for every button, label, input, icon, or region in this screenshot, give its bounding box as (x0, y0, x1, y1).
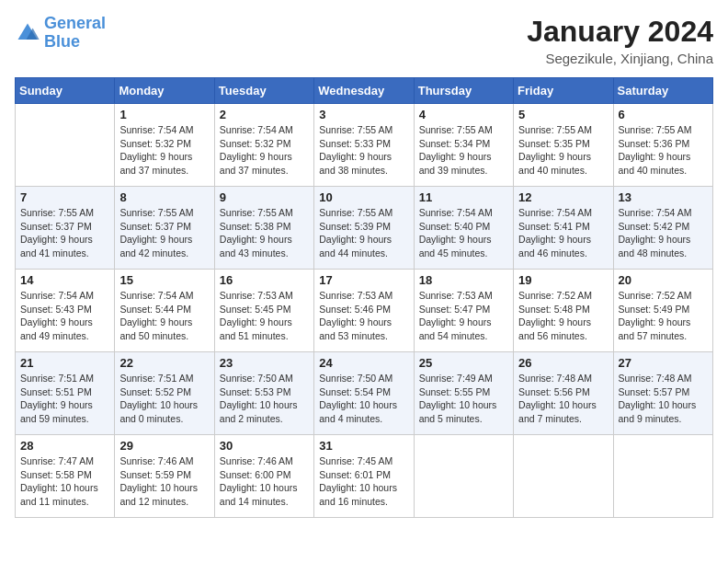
day-number-1-3: 10 (319, 190, 408, 204)
day-number-3-2: 23 (220, 356, 309, 370)
day-info-0-4: Sunrise: 7:55 AM Sunset: 5:34 PM Dayligh… (419, 123, 508, 178)
logo: General Blue (15, 15, 106, 52)
day-info-1-1: Sunrise: 7:55 AM Sunset: 5:37 PM Dayligh… (119, 206, 209, 260)
day-cell-4-5 (514, 435, 613, 518)
day-number-2-3: 17 (319, 273, 408, 287)
logo-text: General Blue (44, 15, 106, 52)
day-cell-0-5: 5Sunrise: 7:55 AM Sunset: 5:35 PM Daylig… (514, 104, 613, 187)
day-number-1-5: 12 (518, 190, 608, 204)
day-cell-4-2: 30Sunrise: 7:46 AM Sunset: 6:00 PM Dayli… (214, 435, 313, 518)
calendar-subtitle: Segezikule, Xinjiang, China (527, 51, 713, 66)
day-cell-4-1: 29Sunrise: 7:46 AM Sunset: 5:59 PM Dayli… (115, 435, 214, 518)
day-info-2-4: Sunrise: 7:53 AM Sunset: 5:47 PM Dayligh… (419, 289, 508, 343)
day-number-3-0: 21 (20, 356, 109, 370)
day-number-4-0: 28 (20, 439, 109, 453)
day-number-0-6: 6 (619, 108, 708, 121)
day-cell-1-4: 11Sunrise: 7:54 AM Sunset: 5:40 PM Dayli… (414, 187, 513, 270)
day-cell-0-0 (16, 104, 115, 187)
day-cell-1-3: 10Sunrise: 7:55 AM Sunset: 5:39 PM Dayli… (314, 187, 414, 270)
day-info-3-1: Sunrise: 7:51 AM Sunset: 5:52 PM Dayligh… (119, 372, 209, 426)
day-cell-1-1: 8Sunrise: 7:55 AM Sunset: 5:37 PM Daylig… (115, 187, 214, 270)
day-info-0-3: Sunrise: 7:55 AM Sunset: 5:33 PM Dayligh… (319, 123, 408, 178)
weekday-monday: Monday (115, 78, 214, 104)
day-info-0-5: Sunrise: 7:55 AM Sunset: 5:35 PM Dayligh… (518, 123, 608, 178)
week-row-1: 7Sunrise: 7:55 AM Sunset: 5:37 PM Daylig… (16, 187, 713, 270)
day-info-0-1: Sunrise: 7:54 AM Sunset: 5:32 PM Dayligh… (119, 123, 209, 178)
day-number-4-1: 29 (119, 439, 209, 453)
day-info-2-0: Sunrise: 7:54 AM Sunset: 5:43 PM Dayligh… (20, 289, 109, 343)
day-info-2-2: Sunrise: 7:53 AM Sunset: 5:45 PM Dayligh… (220, 289, 309, 343)
weekday-thursday: Thursday (414, 78, 513, 104)
day-cell-2-6: 20Sunrise: 7:52 AM Sunset: 5:49 PM Dayli… (613, 270, 712, 352)
week-row-2: 14Sunrise: 7:54 AM Sunset: 5:43 PM Dayli… (16, 270, 713, 352)
day-info-4-3: Sunrise: 7:45 AM Sunset: 6:01 PM Dayligh… (319, 454, 408, 509)
day-number-1-4: 11 (419, 190, 508, 204)
day-number-4-2: 30 (220, 439, 309, 453)
day-cell-3-3: 24Sunrise: 7:50 AM Sunset: 5:54 PM Dayli… (314, 352, 414, 435)
day-number-3-1: 22 (119, 356, 209, 370)
weekday-wednesday: Wednesday (314, 78, 414, 104)
day-info-3-3: Sunrise: 7:50 AM Sunset: 5:54 PM Dayligh… (319, 372, 408, 426)
day-cell-0-6: 6Sunrise: 7:55 AM Sunset: 5:36 PM Daylig… (613, 104, 712, 187)
day-info-1-0: Sunrise: 7:55 AM Sunset: 5:37 PM Dayligh… (20, 206, 109, 260)
title-block: January 2024 Segezikule, Xinjiang, China (527, 15, 713, 66)
day-info-4-0: Sunrise: 7:47 AM Sunset: 5:58 PM Dayligh… (20, 454, 109, 509)
day-number-3-3: 24 (319, 356, 408, 370)
day-number-0-4: 4 (419, 108, 508, 121)
day-cell-1-5: 12Sunrise: 7:54 AM Sunset: 5:41 PM Dayli… (514, 187, 613, 270)
page-header: General Blue January 2024 Segezikule, Xi… (15, 15, 713, 66)
day-number-0-1: 1 (119, 108, 209, 121)
day-number-2-0: 14 (20, 273, 109, 287)
day-number-1-0: 7 (20, 190, 109, 204)
day-cell-0-2: 2Sunrise: 7:54 AM Sunset: 5:32 PM Daylig… (214, 104, 313, 187)
day-info-3-5: Sunrise: 7:48 AM Sunset: 5:56 PM Dayligh… (518, 372, 608, 426)
day-number-0-3: 3 (319, 108, 408, 121)
day-cell-0-1: 1Sunrise: 7:54 AM Sunset: 5:32 PM Daylig… (115, 104, 214, 187)
day-info-1-6: Sunrise: 7:54 AM Sunset: 5:42 PM Dayligh… (619, 206, 708, 260)
calendar-title: January 2024 (527, 15, 713, 49)
day-number-1-6: 13 (619, 190, 708, 204)
day-info-1-3: Sunrise: 7:55 AM Sunset: 5:39 PM Dayligh… (319, 206, 408, 260)
day-number-0-5: 5 (518, 108, 608, 121)
weekday-friday: Friday (514, 78, 613, 104)
logo-line1: General (44, 14, 106, 32)
day-info-4-1: Sunrise: 7:46 AM Sunset: 5:59 PM Dayligh… (119, 454, 209, 509)
day-cell-1-0: 7Sunrise: 7:55 AM Sunset: 5:37 PM Daylig… (16, 187, 115, 270)
day-info-2-6: Sunrise: 7:52 AM Sunset: 5:49 PM Dayligh… (619, 289, 708, 343)
day-info-1-5: Sunrise: 7:54 AM Sunset: 5:41 PM Dayligh… (518, 206, 608, 260)
calendar-header: Sunday Monday Tuesday Wednesday Thursday… (16, 78, 713, 104)
calendar-table: Sunday Monday Tuesday Wednesday Thursday… (15, 77, 713, 518)
day-info-1-2: Sunrise: 7:55 AM Sunset: 5:38 PM Dayligh… (220, 206, 309, 260)
day-cell-0-4: 4Sunrise: 7:55 AM Sunset: 5:34 PM Daylig… (414, 104, 513, 187)
day-info-3-2: Sunrise: 7:50 AM Sunset: 5:53 PM Dayligh… (220, 372, 309, 426)
day-cell-3-2: 23Sunrise: 7:50 AM Sunset: 5:53 PM Dayli… (214, 352, 313, 435)
weekday-sunday: Sunday (16, 78, 115, 104)
day-cell-1-2: 9Sunrise: 7:55 AM Sunset: 5:38 PM Daylig… (214, 187, 313, 270)
week-row-4: 28Sunrise: 7:47 AM Sunset: 5:58 PM Dayli… (16, 435, 713, 518)
day-number-2-4: 18 (419, 273, 508, 287)
day-info-0-6: Sunrise: 7:55 AM Sunset: 5:36 PM Dayligh… (619, 123, 708, 178)
day-info-4-2: Sunrise: 7:46 AM Sunset: 6:00 PM Dayligh… (220, 454, 309, 509)
weekday-tuesday: Tuesday (214, 78, 313, 104)
day-number-2-1: 15 (119, 273, 209, 287)
day-cell-3-6: 27Sunrise: 7:48 AM Sunset: 5:57 PM Dayli… (613, 352, 712, 435)
day-number-3-5: 26 (518, 356, 608, 370)
weekday-saturday: Saturday (613, 78, 712, 104)
day-info-3-0: Sunrise: 7:51 AM Sunset: 5:51 PM Dayligh… (20, 372, 109, 426)
day-cell-4-0: 28Sunrise: 7:47 AM Sunset: 5:58 PM Dayli… (16, 435, 115, 518)
day-cell-2-0: 14Sunrise: 7:54 AM Sunset: 5:43 PM Dayli… (16, 270, 115, 352)
day-cell-2-5: 19Sunrise: 7:52 AM Sunset: 5:48 PM Dayli… (514, 270, 613, 352)
day-cell-2-2: 16Sunrise: 7:53 AM Sunset: 5:45 PM Dayli… (214, 270, 313, 352)
day-cell-3-0: 21Sunrise: 7:51 AM Sunset: 5:51 PM Dayli… (16, 352, 115, 435)
day-cell-3-4: 25Sunrise: 7:49 AM Sunset: 5:55 PM Dayli… (414, 352, 513, 435)
day-cell-4-3: 31Sunrise: 7:45 AM Sunset: 6:01 PM Dayli… (314, 435, 414, 518)
day-cell-4-6 (613, 435, 712, 518)
day-number-2-6: 20 (619, 273, 708, 287)
day-number-0-2: 2 (220, 108, 309, 121)
day-cell-4-4 (414, 435, 513, 518)
weekday-header-row: Sunday Monday Tuesday Wednesday Thursday… (16, 78, 713, 104)
day-cell-2-1: 15Sunrise: 7:54 AM Sunset: 5:44 PM Dayli… (115, 270, 214, 352)
day-cell-2-3: 17Sunrise: 7:53 AM Sunset: 5:46 PM Dayli… (314, 270, 414, 352)
day-cell-1-6: 13Sunrise: 7:54 AM Sunset: 5:42 PM Dayli… (613, 187, 712, 270)
day-info-2-1: Sunrise: 7:54 AM Sunset: 5:44 PM Dayligh… (119, 289, 209, 343)
